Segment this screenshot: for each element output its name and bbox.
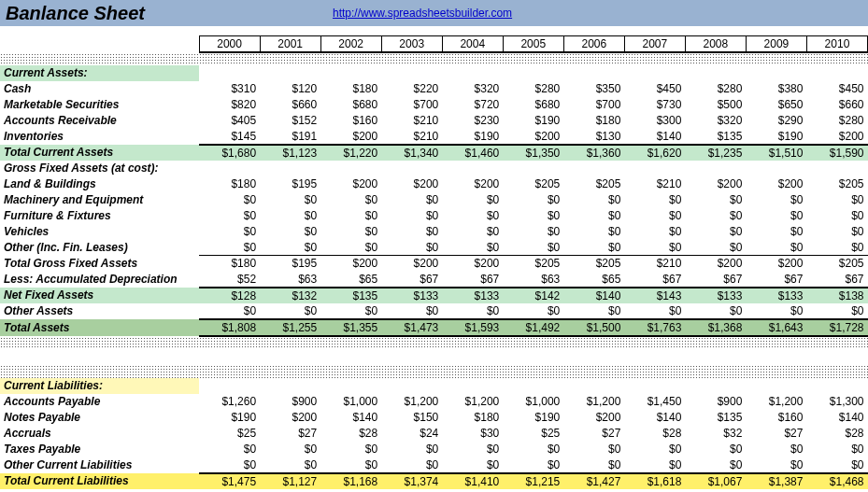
cell-value: $180 [320, 81, 381, 97]
cell-value: $133 [746, 288, 806, 303]
cell-value: $0 [685, 303, 746, 319]
cell-value: $0 [685, 192, 746, 208]
cell-value: $1,763 [624, 319, 685, 336]
table-row: Marketable Securities$820$660$680$700$72… [0, 97, 868, 113]
cell-value: $0 [624, 208, 685, 224]
cell-value: $660 [806, 97, 867, 113]
cell-value: $0 [806, 303, 867, 319]
year-header: 2006 [563, 35, 624, 52]
title-bar: Banlance Sheet http://www.spreadsheetsbu… [0, 0, 868, 26]
cell-value: $1,260 [199, 394, 260, 410]
source-link[interactable]: http://www.spreadsheetsbuilder.com [333, 7, 512, 20]
cell-value: $680 [320, 97, 381, 113]
cell-value: $280 [685, 81, 746, 97]
cell-value: $205 [806, 256, 867, 272]
cell-value: $1,620 [624, 145, 685, 161]
section-heading-label: Current Assets: [0, 65, 199, 81]
cell-value: $450 [806, 81, 867, 97]
cell-value: $135 [685, 410, 746, 426]
cell-value: $133 [442, 288, 503, 303]
cell-value: $680 [503, 97, 563, 113]
cell-value: $0 [685, 442, 746, 457]
cell-value: $120 [260, 81, 320, 97]
cell-value: $205 [503, 176, 563, 192]
cell-value: $200 [563, 410, 624, 426]
cell-value: $145 [199, 129, 260, 145]
cell-value: $1,618 [624, 473, 685, 489]
cell-value: $138 [806, 288, 867, 303]
table-row: Land & Buildings$180$195$200$200$200$205… [0, 176, 868, 192]
table-row: Net Fixed Assets$128$132$135$133$133$142… [0, 288, 868, 303]
cell-value: $0 [746, 303, 806, 319]
cell-value: $0 [806, 442, 867, 457]
cell-value: $0 [503, 303, 563, 319]
table-row: Total Gross Fixed Assets$180$195$200$200… [0, 256, 868, 272]
cell-value: $190 [746, 129, 806, 145]
cell-value: $0 [806, 192, 867, 208]
separator-dots [0, 336, 868, 349]
row-label: Furniture & Fixtures [0, 208, 199, 224]
cell-value: $27 [563, 426, 624, 442]
cell-value: $0 [381, 240, 442, 256]
cell-value: $0 [260, 303, 320, 319]
cell-value: $0 [442, 240, 503, 256]
cell-value: $0 [381, 442, 442, 457]
cell-value: $0 [260, 457, 320, 473]
row-label: Total Gross Fixed Assets [0, 256, 199, 272]
cell-value: $0 [624, 442, 685, 457]
separator-dots [0, 365, 868, 378]
cell-value: $140 [624, 410, 685, 426]
cell-value: $1,680 [199, 145, 260, 161]
cell-value: $1,355 [320, 319, 381, 336]
cell-value: $0 [746, 192, 806, 208]
cell-value: $1,220 [320, 145, 381, 161]
cell-value: $1,808 [199, 319, 260, 336]
cell-value: $320 [685, 113, 746, 129]
row-label: Accruals [0, 426, 199, 442]
cell-value: $0 [806, 224, 867, 240]
row-label: Marketable Securities [0, 97, 199, 113]
cell-value: $128 [199, 288, 260, 303]
table-row: Notes Payable$190$200$140$150$180$190$20… [0, 410, 868, 426]
cell-value: $0 [320, 240, 381, 256]
cell-value: $67 [806, 272, 867, 288]
cell-value: $1,350 [503, 145, 563, 161]
row-label: Inventories [0, 129, 199, 145]
cell-value: $1,168 [320, 473, 381, 489]
year-header: 2010 [806, 35, 867, 52]
row-label: Land & Buildings [0, 176, 199, 192]
cell-value: $200 [320, 256, 381, 272]
cell-value: $200 [746, 176, 806, 192]
cell-value: $0 [442, 303, 503, 319]
year-header: 2002 [320, 35, 381, 52]
cell-value: $180 [199, 256, 260, 272]
cell-value: $1,492 [503, 319, 563, 336]
cell-value: $67 [624, 272, 685, 288]
cell-value: $0 [563, 303, 624, 319]
cell-value: $1,473 [381, 319, 442, 336]
cell-value: $650 [746, 97, 806, 113]
cell-value: $450 [624, 81, 685, 97]
cell-value: $380 [746, 81, 806, 97]
cell-value: $0 [624, 192, 685, 208]
cell-value: $67 [381, 272, 442, 288]
table-row: Cash$310$120$180$220$320$280$350$450$280… [0, 81, 868, 97]
cell-value: $280 [503, 81, 563, 97]
cell-value: $205 [563, 256, 624, 272]
cell-value: $280 [806, 113, 867, 129]
cell-value: $0 [563, 457, 624, 473]
cell-value: $1,387 [746, 473, 806, 489]
cell-value: $730 [624, 97, 685, 113]
cell-value: $52 [199, 272, 260, 288]
cell-value: $1,510 [746, 145, 806, 161]
cell-value: $140 [806, 410, 867, 426]
cell-value: $1,593 [442, 319, 503, 336]
year-header-row: 2000200120022003200420052006200720082009… [0, 35, 868, 52]
cell-value: $0 [442, 442, 503, 457]
cell-value: $160 [320, 113, 381, 129]
table-row: Taxes Payable$0$0$0$0$0$0$0$0$0$0$0 [0, 442, 868, 457]
cell-value: $132 [260, 288, 320, 303]
cell-value: $200 [806, 129, 867, 145]
cell-value: $0 [685, 240, 746, 256]
cell-value: $0 [624, 224, 685, 240]
